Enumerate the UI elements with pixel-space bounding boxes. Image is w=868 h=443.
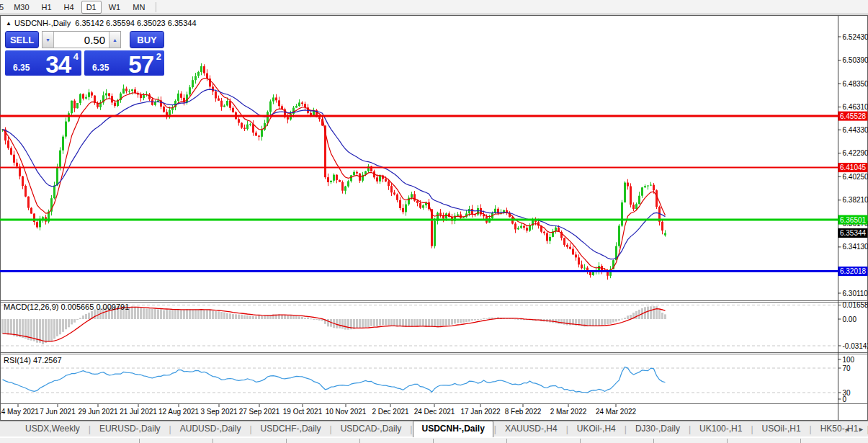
tab-scroll-left-icon[interactable]: ◄ — [844, 426, 850, 433]
strip-divider — [286, 439, 287, 443]
svg-text:0.00: 0.00 — [843, 316, 857, 323]
sell-price-panel[interactable]: 6.35 34 4 — [5, 50, 81, 76]
svg-text:70: 70 — [843, 364, 851, 372]
svg-text:6.38210: 6.38210 — [843, 196, 868, 204]
strip-divider — [580, 439, 581, 443]
chart-tab-usdcad-daily[interactable]: USDCAD-,Daily — [333, 421, 410, 437]
svg-text:29 Jun 2021: 29 Jun 2021 — [78, 408, 117, 416]
svg-text:2 Mar 2022: 2 Mar 2022 — [550, 408, 587, 416]
strip-divider — [139, 439, 140, 443]
horizontal-level-lines[interactable] — [0, 116, 838, 272]
chart-tab-audusd-daily[interactable]: AUDUSD-,Daily — [172, 421, 249, 437]
bottom-strip — [0, 437, 868, 443]
buy-button[interactable]: BUY — [130, 31, 164, 48]
strip-divider — [653, 439, 654, 443]
svg-text:6.36501: 6.36501 — [840, 216, 867, 224]
svg-text:-0.03142: -0.03142 — [843, 342, 868, 350]
svg-text:6.35344: 6.35344 — [840, 229, 867, 237]
svg-text:21 Jul 2021: 21 Jul 2021 — [120, 408, 157, 416]
volume-increase-button[interactable]: ▲ — [109, 32, 120, 48]
svg-text:6.40250: 6.40250 — [843, 173, 868, 181]
svg-text:6.48350: 6.48350 — [843, 80, 868, 88]
chart-tab-usdchf-daily[interactable]: USDCHF-,Daily — [253, 421, 329, 437]
svg-text:6.42290: 6.42290 — [843, 149, 868, 157]
svg-text:24 Mar 2022: 24 Mar 2022 — [596, 408, 637, 416]
strip-divider — [359, 439, 360, 443]
svg-text:24 Dec 2021: 24 Dec 2021 — [414, 408, 455, 416]
svg-text:0.016586: 0.016586 — [843, 301, 868, 309]
svg-text:27 Sep 2021: 27 Sep 2021 — [239, 408, 280, 416]
svg-text:6.50390: 6.50390 — [843, 56, 868, 64]
collapse-triangle-icon: ▲ — [6, 20, 12, 27]
chart-symbol-title: USDCNH-,Daily — [14, 19, 71, 27]
svg-text:17 Jan 2022: 17 Jan 2022 — [460, 408, 500, 416]
mt4-terminal-window: 5M30H1H4D1W1MN 6.524306.503906.483506.46… — [0, 0, 868, 443]
buy-price-panel[interactable]: 6.35 57 2 — [84, 50, 164, 76]
chart-tab-eurusd-daily[interactable]: EURUSD-,Daily — [91, 421, 169, 437]
chart-title-bar: ▲USDCNH-,Daily 6.35142 6.35594 6.35023 6… — [6, 19, 197, 27]
strip-divider — [433, 439, 434, 443]
sell-price-small: 6.35 — [13, 63, 30, 73]
volume-decrease-button[interactable]: ▼ — [42, 32, 54, 48]
chart-tab-usdcnh-daily[interactable]: USDCNH-,Daily — [413, 421, 493, 437]
svg-text:0: 0 — [843, 395, 847, 403]
svg-text:6.30110: 6.30110 — [843, 290, 868, 297]
svg-text:19 Oct 2021: 19 Oct 2021 — [283, 408, 323, 416]
svg-text:3 Sep 2021: 3 Sep 2021 — [200, 408, 238, 416]
macd-indicator-label: MACD(12,26,9) 0.005665 0.009791 — [4, 303, 129, 311]
svg-text:6.52430: 6.52430 — [843, 33, 868, 41]
tab-scroll-nav: ◄► — [844, 421, 864, 437]
macd-panel: 0.0165860.00-0.03142 — [1, 301, 868, 350]
strip-divider — [506, 439, 507, 443]
buy-price-big: 57 — [128, 51, 153, 79]
chart-tab-uk100-h1[interactable]: UK100-,H1 — [692, 421, 750, 437]
price-badges: 6.455286.410456.365016.320186.35344 — [838, 112, 868, 277]
chart-tab-bar: USDX,Weekly|EURUSD-,Daily|AUDUSD-,Daily|… — [0, 421, 868, 437]
svg-text:6.32018: 6.32018 — [840, 267, 867, 275]
svg-text:6.46310: 6.46310 — [843, 103, 868, 111]
strip-divider — [212, 439, 213, 443]
rsi-indicator-label: RSI(14) 47.2567 — [4, 356, 62, 364]
ohlc-low: 6.35023 — [137, 19, 166, 27]
chart-tab-usoil-h1[interactable]: USOil-,H1 — [754, 421, 809, 437]
candles-layer — [1, 63, 666, 280]
svg-text:2 Dec 2021: 2 Dec 2021 — [372, 408, 409, 416]
svg-text:6.41045: 6.41045 — [840, 164, 867, 171]
strip-divider — [800, 439, 801, 443]
ohlc-high: 6.35594 — [106, 19, 135, 27]
svg-text:6.34130: 6.34130 — [843, 243, 868, 251]
buy-price-sup: 2 — [156, 51, 161, 62]
chart-tab-ukoil-h4[interactable]: UKOil-,H4 — [569, 421, 624, 437]
svg-text:8 Feb 2022: 8 Feb 2022 — [505, 408, 542, 416]
svg-text:12 Aug 2021: 12 Aug 2021 — [158, 408, 200, 416]
sell-price-big: 34 — [45, 51, 71, 79]
volume-stepper: ▼ ▲ — [42, 31, 121, 48]
date-axis[interactable]: 14 May 20217 Jun 202129 Jun 202121 Jul 2… — [0, 404, 637, 416]
rsi-panel: 10070300 — [1, 356, 855, 403]
chevron-down-icon: ▼ — [45, 37, 50, 42]
buy-price-small: 6.35 — [92, 63, 109, 73]
ohlc-close: 6.35344 — [168, 19, 197, 27]
svg-text:100: 100 — [843, 356, 855, 364]
one-click-trade-widget: SELL ▼ ▲ BUY 6.35 34 4 6.35 57 2 — [5, 30, 164, 76]
ohlc-open: 6.35142 — [75, 19, 104, 27]
svg-text:6.44330: 6.44330 — [843, 126, 868, 134]
svg-text:10 Nov 2021: 10 Nov 2021 — [326, 408, 367, 416]
svg-text:6.45528: 6.45528 — [840, 112, 867, 120]
tab-scroll-right-icon[interactable]: ► — [858, 426, 864, 433]
strip-divider — [727, 439, 728, 443]
chart-tab-usdx-weekly[interactable]: USDX,Weekly — [17, 421, 88, 437]
volume-input[interactable] — [54, 32, 109, 48]
sell-price-sup: 4 — [73, 51, 79, 62]
chevron-up-icon: ▲ — [112, 37, 117, 42]
chart-tab-xauusd-h4[interactable]: XAUUSD-,H4 — [497, 421, 565, 437]
svg-text:14 May 2021: 14 May 2021 — [0, 408, 39, 416]
sell-button[interactable]: SELL — [5, 31, 39, 48]
chart-tab-dj30-daily[interactable]: DJ30-,Daily — [627, 421, 688, 437]
svg-text:7 Jun 2021: 7 Jun 2021 — [40, 408, 76, 416]
